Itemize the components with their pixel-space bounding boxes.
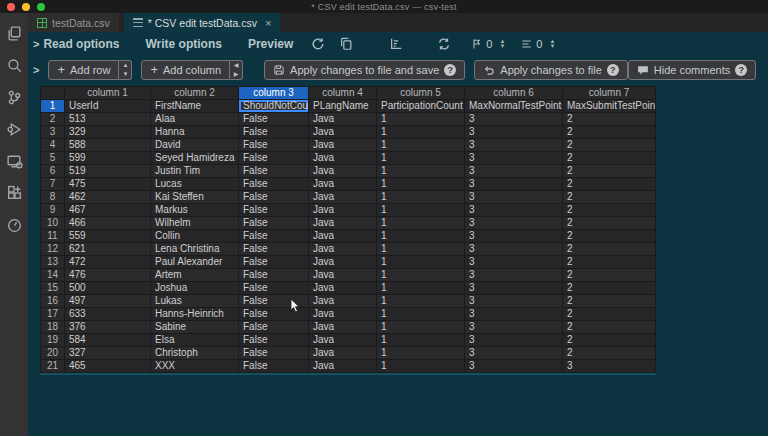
cell[interactable]: False <box>239 347 309 360</box>
row-number[interactable]: 12 <box>41 243 65 256</box>
cell[interactable]: UserId <box>65 100 151 113</box>
row-number[interactable]: 7 <box>41 178 65 191</box>
row-number[interactable]: 13 <box>41 256 65 269</box>
fixed-rows-top-control[interactable]: 0 ▲ ▼ <box>471 38 505 50</box>
cell[interactable]: 3 <box>465 243 563 256</box>
cell[interactable]: XXX <box>151 360 239 373</box>
cell[interactable]: 500 <box>65 282 151 295</box>
cell[interactable]: 1 <box>377 243 465 256</box>
cell[interactable]: Java <box>309 243 377 256</box>
cell[interactable]: 2 <box>563 178 656 191</box>
cell[interactable]: Java <box>309 204 377 217</box>
cell[interactable]: 2 <box>563 243 656 256</box>
cell[interactable]: 3 <box>465 308 563 321</box>
cell[interactable]: 466 <box>65 217 151 230</box>
cell[interactable]: Java <box>309 230 377 243</box>
cell[interactable]: 1 <box>377 282 465 295</box>
cell[interactable]: 3 <box>465 295 563 308</box>
cell[interactable]: Java <box>309 360 377 373</box>
cell[interactable]: 327 <box>65 347 151 360</box>
cell[interactable]: 1 <box>377 308 465 321</box>
add-column-stepper[interactable]: ◀ ▶ <box>230 60 243 80</box>
resize-columns-icon[interactable] <box>389 37 403 51</box>
cell[interactable]: 2 <box>563 230 656 243</box>
cell[interactable]: 3 <box>465 269 563 282</box>
cell[interactable]: 2 <box>563 334 656 347</box>
cell[interactable]: Hanns-Heinrich <box>151 308 239 321</box>
cell[interactable]: False <box>239 139 309 152</box>
cell[interactable]: 3 <box>465 139 563 152</box>
cell[interactable]: 2 <box>563 256 656 269</box>
cell[interactable]: 3 <box>465 191 563 204</box>
cell[interactable]: FirstName <box>151 100 239 113</box>
cell[interactable]: False <box>239 230 309 243</box>
cell[interactable]: 2 <box>563 165 656 178</box>
cell[interactable]: 599 <box>65 152 151 165</box>
cell[interactable]: 497 <box>65 295 151 308</box>
cell[interactable]: False <box>239 269 309 282</box>
row-number[interactable]: 2 <box>41 113 65 126</box>
cell[interactable]: Justin Tim <box>151 165 239 178</box>
cell[interactable]: 3 <box>465 165 563 178</box>
help-icon[interactable] <box>607 64 619 76</box>
run-debug-icon[interactable] <box>2 117 26 141</box>
cell[interactable]: Java <box>309 256 377 269</box>
cell[interactable]: Java <box>309 217 377 230</box>
cell[interactable]: 3 <box>465 217 563 230</box>
cell[interactable]: Hanna <box>151 126 239 139</box>
add-column-left-icon[interactable]: ◀ <box>230 61 242 70</box>
row-number[interactable]: 8 <box>41 191 65 204</box>
column-header[interactable]: column 5 <box>377 87 465 100</box>
fixed-columns-left-control[interactable]: 0 ▲ ▼ <box>521 38 555 50</box>
cell[interactable]: 3 <box>465 126 563 139</box>
cell[interactable]: 1 <box>377 360 465 373</box>
help-icon[interactable] <box>444 64 456 76</box>
cell[interactable]: 2 <box>563 204 656 217</box>
cell[interactable]: 1 <box>377 152 465 165</box>
row-number[interactable]: 1 <box>41 100 65 113</box>
cell[interactable]: 3 <box>465 230 563 243</box>
row-number[interactable]: 17 <box>41 308 65 321</box>
cell[interactable]: Collin <box>151 230 239 243</box>
add-row-button[interactable]: Add row <box>48 60 119 80</box>
row-number[interactable]: 20 <box>41 347 65 360</box>
cell[interactable]: David <box>151 139 239 152</box>
cell[interactable]: 1 <box>377 178 465 191</box>
cell[interactable]: 559 <box>65 230 151 243</box>
help-icon[interactable] <box>735 64 747 76</box>
cell[interactable]: 475 <box>65 178 151 191</box>
cell[interactable]: MaxSubmitTestPoints <box>563 100 656 113</box>
add-row-above-icon[interactable]: ▲ <box>119 61 131 70</box>
cell[interactable]: Elsa <box>151 334 239 347</box>
row-number[interactable]: 16 <box>41 295 65 308</box>
cell[interactable]: 2 <box>563 191 656 204</box>
cell[interactable]: Java <box>309 334 377 347</box>
add-row-stepper[interactable]: ▲ ▼ <box>119 60 132 80</box>
cell[interactable]: Christoph <box>151 347 239 360</box>
test-runner-icon[interactable] <box>2 213 26 237</box>
cell[interactable]: Java <box>309 269 377 282</box>
cell[interactable]: 633 <box>65 308 151 321</box>
read-options-toggle[interactable]: Read options <box>43 37 119 51</box>
cell[interactable]: Wilhelm <box>151 217 239 230</box>
cell[interactable]: 1 <box>377 191 465 204</box>
row-number[interactable]: 5 <box>41 152 65 165</box>
cell[interactable]: 3 <box>465 152 563 165</box>
cell[interactable]: False <box>239 256 309 269</box>
cell[interactable]: Joshua <box>151 282 239 295</box>
cell[interactable]: 467 <box>65 204 151 217</box>
cell[interactable]: 2 <box>563 126 656 139</box>
column-header[interactable]: column 2 <box>151 87 239 100</box>
cell[interactable]: False <box>239 321 309 334</box>
apply-and-save-button[interactable]: Apply changes to file and save <box>264 60 465 80</box>
write-options-toggle[interactable]: Write options <box>145 37 221 51</box>
minimize-window-button[interactable] <box>22 3 30 11</box>
cell[interactable]: 465 <box>65 360 151 373</box>
cell[interactable]: Sabine <box>151 321 239 334</box>
cell[interactable]: Java <box>309 126 377 139</box>
cell[interactable]: 513 <box>65 113 151 126</box>
cell[interactable]: 1 <box>377 204 465 217</box>
cell[interactable]: Java <box>309 139 377 152</box>
row-number[interactable]: 4 <box>41 139 65 152</box>
cell[interactable]: ShouldNotCount <box>239 100 309 113</box>
